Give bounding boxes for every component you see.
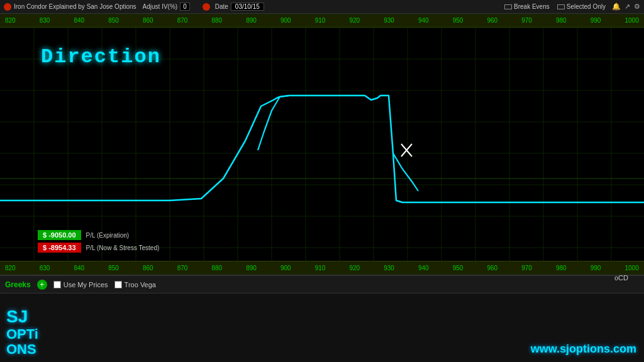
x-label-830: 830 xyxy=(40,17,50,24)
red-dot-2 xyxy=(203,3,210,11)
red-dot xyxy=(4,3,11,11)
xb-label-850: 850 xyxy=(108,265,119,272)
xb-label-960: 960 xyxy=(487,265,498,272)
settings-icon[interactable]: ⚙ xyxy=(634,3,640,11)
add-greeks-button[interactable]: + xyxy=(37,280,47,290)
title-text: Iron Condor Explained by San Jose Option… xyxy=(14,3,136,10)
top-icons: 🔔 ↗ ⚙ xyxy=(612,3,640,11)
pnl-stress-row: $ -8954.33 P/L (Now & Stress Tested) xyxy=(38,243,159,253)
sj-logo: SJ OPTi ONS xyxy=(6,307,38,357)
troo-vega-label[interactable]: Troo Vega xyxy=(114,281,156,288)
x-axis-top-labels: 820 830 840 850 860 870 880 890 900 910 … xyxy=(0,17,644,24)
greeks-label: Greeks xyxy=(5,280,31,289)
xb-label-880: 880 xyxy=(212,265,223,272)
xb-label-920: 920 xyxy=(350,265,360,272)
xb-label-870: 870 xyxy=(177,265,188,272)
xb-label-940: 940 xyxy=(418,265,429,272)
xb-label-930: 930 xyxy=(384,265,394,272)
x-label-890: 890 xyxy=(246,17,257,24)
ocd-text: oCD xyxy=(614,274,628,282)
xb-label-900: 900 xyxy=(280,265,291,272)
x-label-820: 820 xyxy=(5,17,16,24)
pnl-stress-label: P/L (Now & Stress Tested) xyxy=(86,244,160,251)
x-label-880: 880 xyxy=(212,17,223,24)
xb-label-830: 830 xyxy=(40,265,50,272)
x-label-860: 860 xyxy=(143,17,153,24)
x-label-960: 960 xyxy=(487,17,498,24)
x-label-910: 910 xyxy=(315,17,326,24)
selected-only-box xyxy=(557,4,565,9)
xb-label-910: 910 xyxy=(315,265,326,272)
x-axis-top: 820 830 840 850 860 870 880 890 900 910 … xyxy=(0,14,644,28)
break-evens-label: Break Evens xyxy=(514,3,550,10)
pnl-expiration-row: $ -9050.00 P/L (Expiration) xyxy=(38,230,159,240)
selected-only-label: Selected Only xyxy=(567,3,606,10)
logo-line3: ONS xyxy=(6,342,38,357)
pnl-expiration-value: $ -9050.00 xyxy=(38,230,81,240)
chart-area: 820 830 840 850 860 870 880 890 900 910 … xyxy=(0,14,644,275)
date-value[interactable]: 03/10/15 xyxy=(231,3,264,11)
use-my-prices-label[interactable]: Use My Prices xyxy=(53,281,108,288)
x-label-850: 850 xyxy=(108,17,119,24)
pnl-stress-value: $ -8954.33 xyxy=(38,243,81,253)
x-label-950: 950 xyxy=(453,17,464,24)
website-url: www.sjoptions.com xyxy=(531,343,636,356)
x-label-840: 840 xyxy=(74,17,85,24)
legend: Break Evens Selected Only xyxy=(504,3,606,10)
x-axis-bottom-labels: 820 830 840 850 860 870 880 890 900 910 … xyxy=(0,265,644,272)
logo-line1: SJ xyxy=(6,307,38,327)
xb-label-860: 860 xyxy=(143,265,153,272)
x-axis-bottom: 820 830 840 850 860 870 880 890 900 910 … xyxy=(0,261,644,275)
xb-label-950: 950 xyxy=(453,265,464,272)
x-label-900: 900 xyxy=(280,17,291,24)
date-label: Date xyxy=(215,3,228,10)
x-label-1000: 1000 xyxy=(625,17,639,24)
xb-label-970: 970 xyxy=(521,265,532,272)
xb-label-1000: 1000 xyxy=(625,265,639,272)
bottom-bar: Greeks + Use My Prices Troo Vega SJ OPTi… xyxy=(0,275,644,362)
x-label-970: 970 xyxy=(521,17,532,24)
xb-label-980: 980 xyxy=(556,265,567,272)
pnl-area: $ -9050.00 P/L (Expiration) $ -8954.33 P… xyxy=(38,230,159,253)
xb-label-840: 840 xyxy=(74,265,85,272)
x-label-980: 980 xyxy=(556,17,567,24)
iv-value[interactable]: 0 xyxy=(180,3,190,11)
logo-line2: OPTi xyxy=(6,327,38,342)
x-label-870: 870 xyxy=(177,17,188,24)
xb-label-820: 820 xyxy=(5,265,16,272)
use-my-prices-checkbox[interactable] xyxy=(53,281,61,288)
bell-icon[interactable]: 🔔 xyxy=(612,3,621,11)
x-label-940: 940 xyxy=(418,17,429,24)
date-section: Date 03/10/15 xyxy=(203,3,264,11)
troo-vega-text: Troo Vega xyxy=(125,281,156,288)
iv-label: Adjust IV(%) xyxy=(143,3,178,10)
break-evens-legend: Break Evens xyxy=(504,3,550,10)
x-label-930: 930 xyxy=(384,17,394,24)
pnl-expiration-label: P/L (Expiration) xyxy=(86,232,130,239)
direction-text: Direction xyxy=(41,45,161,69)
xb-label-890: 890 xyxy=(246,265,257,272)
selected-only-legend: Selected Only xyxy=(557,3,606,10)
xb-label-990: 990 xyxy=(591,265,601,272)
troo-vega-checkbox[interactable] xyxy=(114,281,122,288)
share-icon[interactable]: ↗ xyxy=(625,3,630,11)
top-bar: Iron Condor Explained by San Jose Option… xyxy=(0,0,644,14)
use-my-prices-text: Use My Prices xyxy=(64,281,108,288)
x-label-920: 920 xyxy=(350,17,360,24)
x-label-990: 990 xyxy=(591,17,601,24)
break-evens-box xyxy=(504,4,512,9)
bottom-bar-top: Greeks + Use My Prices Troo Vega xyxy=(0,276,644,293)
